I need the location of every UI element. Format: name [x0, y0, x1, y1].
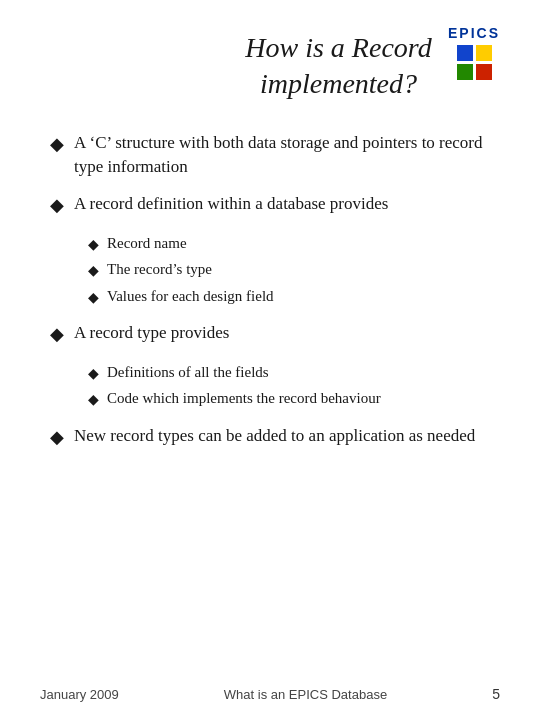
title-line1: How is a Record [245, 32, 431, 63]
content: ◆ A ‘C’ structure with both data storage… [40, 131, 500, 450]
slide: How is a Record implemented? EPICS ◆ A ‘… [0, 0, 540, 720]
diamond-icon-1: ◆ [50, 132, 64, 157]
diamond-sub-icon-2b: ◆ [88, 261, 99, 281]
bullet-sub-2b: ◆ The record’s type [88, 259, 500, 281]
logo-grid [457, 45, 492, 80]
diamond-icon-2: ◆ [50, 193, 64, 218]
bullet-sub-2a: ◆ Record name [88, 233, 500, 255]
bullet-text-4: New record types can be added to an appl… [74, 424, 475, 448]
bullet-text-3: A record type provides [74, 321, 229, 345]
footer-center: What is an EPICS Database [224, 687, 387, 702]
bullet-main-3: ◆ A record type provides [50, 321, 500, 347]
bullet-sub-2c: ◆ Values for each design field [88, 286, 500, 308]
footer: January 2009 What is an EPICS Database 5 [0, 686, 540, 702]
diamond-sub-icon-2c: ◆ [88, 288, 99, 308]
logo-cell-blue1 [457, 45, 473, 61]
sub-group-2: ◆ Record name ◆ The record’s type ◆ Valu… [50, 233, 500, 308]
bullet-main-2: ◆ A record definition within a database … [50, 192, 500, 218]
sub-text-2c: Values for each design field [107, 286, 274, 307]
sub-group-3: ◆ Definitions of all the fields ◆ Code w… [50, 362, 500, 410]
logo-cell-red [476, 64, 492, 80]
diamond-sub-icon-3a: ◆ [88, 364, 99, 384]
bullet-sub-3b: ◆ Code which implements the record behav… [88, 388, 500, 410]
sub-text-2b: The record’s type [107, 259, 212, 280]
slide-title: How is a Record implemented? [239, 30, 438, 103]
sub-text-3a: Definitions of all the fields [107, 362, 269, 383]
logo-cell-green [457, 64, 473, 80]
header: How is a Record implemented? EPICS [40, 30, 500, 103]
footer-page-number: 5 [492, 686, 500, 702]
logo-cell-yellow [476, 45, 492, 61]
bullet-main-1: ◆ A ‘C’ structure with both data storage… [50, 131, 500, 179]
bullet-main-4: ◆ New record types can be added to an ap… [50, 424, 500, 450]
epics-logo: EPICS [448, 25, 500, 80]
bullet-sub-3a: ◆ Definitions of all the fields [88, 362, 500, 384]
footer-left: January 2009 [40, 687, 119, 702]
diamond-icon-4: ◆ [50, 425, 64, 450]
diamond-icon-3: ◆ [50, 322, 64, 347]
logo-text: EPICS [448, 25, 500, 41]
sub-text-2a: Record name [107, 233, 187, 254]
title-line2: implemented? [260, 68, 417, 99]
bullet-text-2: A record definition within a database pr… [74, 192, 388, 216]
bullet-text-1: A ‘C’ structure with both data storage a… [74, 131, 500, 179]
sub-text-3b: Code which implements the record behavio… [107, 388, 381, 409]
diamond-sub-icon-2a: ◆ [88, 235, 99, 255]
diamond-sub-icon-3b: ◆ [88, 390, 99, 410]
